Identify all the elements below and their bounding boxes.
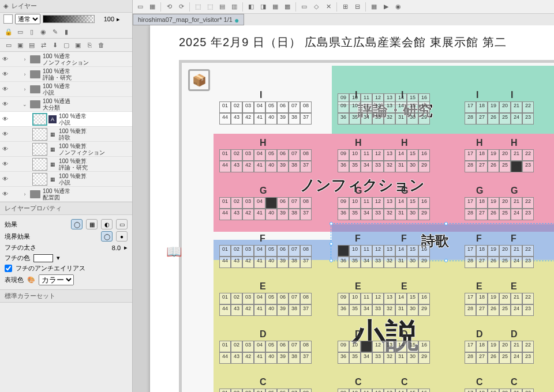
eye-icon[interactable]: 👁 (0, 86, 10, 92)
eye-icon[interactable]: 👁 (0, 71, 10, 77)
chevron-icon[interactable]: › (21, 86, 29, 92)
layer-row[interactable]: 👁A100 %通常小説 (0, 112, 132, 127)
booth-cell: 05 (265, 389, 277, 392)
booth-row: 171819202122 (465, 245, 534, 257)
tool-icon[interactable]: ▶ (381, 2, 391, 12)
tool-icon[interactable]: ▭ (299, 2, 309, 12)
booth-cell: 40 (265, 352, 277, 364)
booth-cell: 27 (476, 304, 488, 316)
clip-icon[interactable]: ▯ (27, 27, 37, 37)
reference-icon[interactable]: ◉ (38, 27, 48, 37)
new-folder2-icon[interactable]: ▤ (27, 40, 37, 50)
booth-cell: 21 (511, 341, 522, 352)
layer-row[interactable]: 👁▦100 %乗算詩歌 (0, 127, 132, 142)
tool-icon[interactable]: ◉ (393, 2, 403, 12)
eye-icon[interactable]: 👁 (0, 116, 10, 122)
layer-row[interactable]: 👁›100 %通常ノンフィクション (0, 52, 132, 67)
extract-effect-button[interactable]: ▭ (116, 219, 128, 229)
booth-cell: 34 (361, 209, 372, 220)
color-icon[interactable]: ▮ (61, 27, 72, 37)
layer-row[interactable]: 👁▦100 %乗算評論・研究 (0, 157, 132, 172)
booth-cell: 13 (384, 245, 395, 257)
booth-cell: 42 (242, 161, 254, 172)
tool-icon[interactable]: ▩ (282, 2, 293, 12)
chevron-icon[interactable]: ⌄ (21, 101, 29, 107)
layer-row[interactable]: 👁▦100 %乗算小説 (0, 172, 132, 187)
tool-icon[interactable]: ⬚ (193, 2, 203, 12)
eye-icon[interactable]: 👁 (0, 101, 10, 107)
eye-icon[interactable]: 👁 (0, 146, 10, 152)
blend-reset-button[interactable] (3, 14, 13, 24)
blend-mode-select[interactable]: 通常 (15, 14, 40, 24)
tool-icon[interactable]: ⊟ (352, 2, 362, 12)
layer-row[interactable]: 👁›100 %通常小説 (0, 82, 132, 97)
mask-apply-icon[interactable]: ▣ (73, 40, 83, 50)
booth-row: 171819202122 (465, 149, 534, 161)
booth-cell: 19 (488, 245, 499, 257)
mask-new-icon[interactable]: ▢ (61, 40, 72, 50)
new-layer-icon[interactable]: ▭ (3, 40, 14, 50)
tool-icon[interactable]: ▭ (135, 2, 145, 12)
booth-row: 0102030405060708 (219, 389, 312, 392)
layer-row[interactable]: 👁›100 %通常評論・研究 (0, 67, 132, 82)
layer-label: 100 %乗算詩歌 (58, 128, 132, 141)
dropdown-icon[interactable]: ▾ (57, 254, 60, 262)
chevron-icon[interactable]: › (21, 71, 29, 77)
edge-mode-button[interactable]: ◯ (101, 231, 113, 242)
tool-icon[interactable]: ⊞ (340, 2, 350, 12)
expression-select[interactable]: カラー (39, 274, 74, 285)
tool-icon[interactable]: ⟲ (164, 2, 174, 12)
booth-cell: 38 (289, 352, 300, 364)
stepper-icon[interactable]: ▸ (124, 244, 128, 251)
watercolor-mode-button[interactable]: ● (116, 231, 128, 242)
border-color-label: フチの色 (5, 254, 30, 262)
booth-cell: 24 (511, 352, 522, 364)
booth-cell: 10 (349, 245, 361, 257)
booth-cell: 01 (219, 197, 231, 209)
booth-cell: 26 (488, 161, 499, 172)
tone-effect-button[interactable]: ▦ (86, 219, 98, 229)
booth-cell: 08 (300, 389, 312, 392)
stepper-icon[interactable]: ▸ (117, 16, 120, 23)
new-folder-icon[interactable]: ▣ (15, 40, 25, 50)
opacity-slider[interactable] (43, 15, 95, 23)
color-effect-button[interactable]: ◐ (101, 219, 113, 229)
layer-row[interactable]: 👁▦100 %乗算ノンフィクション (0, 142, 132, 157)
chevron-icon[interactable]: › (21, 191, 29, 197)
tool-icon[interactable]: ▤ (217, 2, 227, 12)
eye-icon[interactable]: 👁 (0, 191, 10, 197)
border-aa-checkbox[interactable] (5, 265, 12, 272)
merge-icon[interactable]: ⬇ (50, 40, 60, 50)
tool-icon[interactable]: ▦ (369, 2, 379, 12)
chevron-icon[interactable]: › (21, 56, 29, 62)
booth-cell: 10 (349, 389, 361, 392)
tool-icon[interactable]: ✕ (323, 2, 334, 12)
document-tab[interactable]: hiroshima07_map_for_visitor* 1/1 ● (133, 14, 244, 25)
eye-icon[interactable]: 👁 (0, 56, 10, 62)
lock-icon[interactable]: 🔒 (3, 27, 14, 37)
canvas-area[interactable]: 2025 年2月9 日（日） 広島県立広島産業会館 東展示館 第二 📦 📖 評論… (133, 25, 554, 392)
tool-icon[interactable]: ▦ (270, 2, 280, 12)
tool-icon[interactable]: ⟳ (176, 2, 186, 12)
eye-icon[interactable]: 👁 (0, 176, 10, 182)
booth-cell: 18 (476, 389, 488, 392)
layer-row[interactable]: 👁›100 %通常配置図 (0, 187, 132, 202)
tool-icon[interactable]: ⬚ (205, 2, 215, 12)
tool-icon[interactable]: ▥ (229, 2, 239, 12)
booth-cell: 25 (499, 257, 511, 268)
tool-icon[interactable]: ▦ (147, 2, 158, 12)
booth-cell: 26 (488, 352, 499, 364)
link-icon[interactable]: ⎘ (84, 40, 95, 50)
border-effect-button[interactable]: ◯ (71, 219, 83, 229)
tool-icon[interactable]: ◨ (258, 2, 268, 12)
draft-icon[interactable]: ✎ (50, 27, 60, 37)
transfer-icon[interactable]: ⇄ (38, 40, 48, 50)
eye-icon[interactable]: 👁 (0, 161, 10, 167)
eye-icon[interactable]: 👁 (0, 131, 10, 137)
delete-layer-icon[interactable]: 🗑 (96, 40, 106, 50)
tool-icon[interactable]: ◧ (246, 2, 256, 12)
tool-icon[interactable]: ◇ (311, 2, 321, 12)
border-color-swatch[interactable] (33, 254, 53, 262)
mask-icon[interactable]: ▭ (15, 27, 25, 37)
layer-row[interactable]: 👁⌄100 %通過大分類 (0, 97, 132, 112)
